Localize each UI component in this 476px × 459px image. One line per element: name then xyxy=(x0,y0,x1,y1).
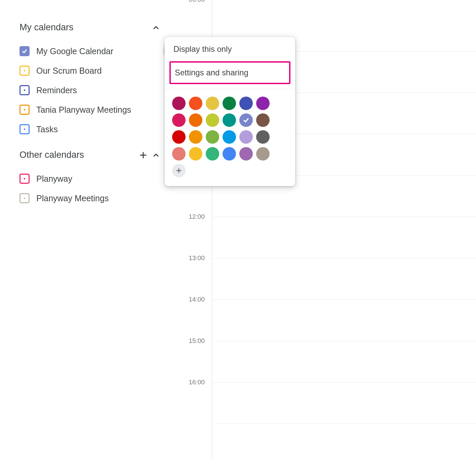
hour-row: 13:00 xyxy=(212,258,476,300)
calendar-item[interactable]: Planyway xyxy=(19,169,161,188)
color-swatch[interactable] xyxy=(223,130,236,144)
calendar-label: Planyway Meetings xyxy=(36,193,109,203)
my-calendars-header[interactable]: My calendars xyxy=(19,20,161,35)
color-swatch[interactable] xyxy=(223,113,236,127)
calendar-checkbox[interactable] xyxy=(19,66,30,76)
hour-row: 16:00 xyxy=(212,383,476,424)
calendar-checkbox[interactable] xyxy=(19,85,30,95)
calendar-item[interactable]: Reminders xyxy=(19,80,161,100)
calendar-item[interactable]: My Google Calendar xyxy=(19,41,161,61)
display-this-only-menuitem[interactable]: Display this only xyxy=(165,37,295,61)
color-swatch[interactable] xyxy=(223,147,236,161)
calendar-checkbox[interactable] xyxy=(19,193,30,203)
calendar-checkbox[interactable] xyxy=(19,174,30,184)
calendar-options-popover: Display this only Settings and sharing xyxy=(165,37,295,186)
color-swatch[interactable] xyxy=(172,130,186,144)
calendar-checkbox[interactable] xyxy=(19,105,30,115)
chevron-up-icon[interactable] xyxy=(151,150,161,160)
color-swatch[interactable] xyxy=(189,113,202,127)
color-swatch[interactable] xyxy=(239,97,253,110)
color-swatch[interactable] xyxy=(172,97,186,110)
color-swatch[interactable] xyxy=(206,147,219,161)
color-swatch[interactable] xyxy=(256,147,270,161)
hour-label: 13:00 xyxy=(183,254,205,262)
color-swatch[interactable] xyxy=(189,97,202,110)
calendar-item[interactable]: Our Scrum Board xyxy=(19,61,161,80)
color-picker xyxy=(165,89,295,186)
color-swatch[interactable] xyxy=(239,113,253,127)
sidebar: My calendars My Google Calendar Our Scru… xyxy=(19,20,161,208)
color-swatch[interactable] xyxy=(206,113,219,127)
calendar-label: Our Scrum Board xyxy=(36,66,102,76)
color-swatch[interactable] xyxy=(256,113,270,127)
color-swatch[interactable] xyxy=(223,97,236,110)
calendar-item[interactable]: Tasks xyxy=(19,119,161,139)
my-calendars-list: My Google Calendar Our Scrum Board Remin… xyxy=(19,41,161,139)
calendar-item[interactable]: Tania Planyway Meetings xyxy=(19,100,161,119)
color-swatch[interactable] xyxy=(239,130,253,144)
hour-row: 15:00 xyxy=(212,341,476,383)
color-swatch[interactable] xyxy=(206,97,219,110)
color-swatch[interactable] xyxy=(256,130,270,144)
my-calendars-title: My calendars xyxy=(19,22,74,33)
chevron-up-icon[interactable] xyxy=(151,23,161,32)
hour-row: 06:00 xyxy=(212,0,476,10)
calendar-label: Tasks xyxy=(36,125,58,134)
hour-label: 15:00 xyxy=(183,337,205,345)
color-swatch[interactable] xyxy=(172,147,186,161)
other-calendars-list: Planyway Planyway Meetings xyxy=(19,169,161,208)
color-swatch[interactable] xyxy=(189,147,202,161)
color-swatch[interactable] xyxy=(189,130,202,144)
add-custom-color-button[interactable] xyxy=(172,164,186,177)
calendar-label: Reminders xyxy=(36,85,77,95)
color-swatch[interactable] xyxy=(206,130,219,144)
hour-row: 14:00 xyxy=(212,300,476,341)
color-swatch[interactable] xyxy=(256,97,270,110)
hour-label: 14:00 xyxy=(183,296,205,303)
hour-row: 12:00 xyxy=(212,217,476,258)
add-calendar-icon[interactable] xyxy=(138,150,148,160)
other-calendars-title: Other calendars xyxy=(19,150,84,160)
calendar-item[interactable]: Planyway Meetings xyxy=(19,188,161,208)
calendar-label: Tania Planyway Meetings xyxy=(36,105,131,115)
color-swatch[interactable] xyxy=(239,147,253,161)
calendar-label: My Google Calendar xyxy=(36,46,113,56)
hour-label: 16:00 xyxy=(183,379,205,386)
color-swatch[interactable] xyxy=(172,113,186,127)
hour-label: 06:00 xyxy=(183,0,205,3)
settings-and-sharing-menuitem[interactable]: Settings and sharing xyxy=(169,61,290,84)
other-calendars-header[interactable]: Other calendars xyxy=(19,147,161,163)
calendar-label: Planyway xyxy=(36,174,72,184)
calendar-checkbox[interactable] xyxy=(19,46,30,56)
hour-label: 12:00 xyxy=(183,213,205,220)
calendar-checkbox[interactable] xyxy=(19,124,30,134)
